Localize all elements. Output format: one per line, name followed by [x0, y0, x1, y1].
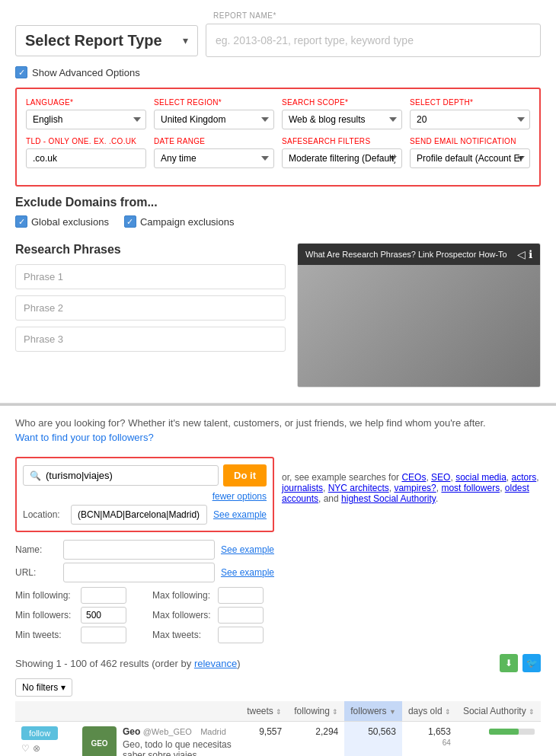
campaign-exclusions[interactable]: ✓ Campaign exclusions [124, 215, 235, 228]
followers-sort-icon: ▼ [389, 708, 396, 716]
date-field: DATE RANGE Any time [154, 137, 274, 168]
location-label: Location: [23, 509, 65, 520]
ceos-link[interactable]: CEOs [401, 472, 426, 483]
region-select[interactable]: United Kingdom [154, 110, 274, 129]
url-input[interactable] [63, 563, 215, 582]
user-bio: Geo, todo lo que necesitas saber sobre v… [123, 739, 235, 756]
scope-label: SEARCH SCOPE* [282, 98, 402, 107]
report-type-dropdown[interactable]: Select Report Type ▾ [15, 25, 198, 56]
top-followers-link[interactable]: Want to find your top followers? [15, 432, 154, 443]
language-select[interactable]: English [26, 110, 146, 129]
twitter-icon[interactable]: 🐦 [522, 654, 541, 672]
tld-input[interactable] [26, 148, 146, 168]
advanced-options-label: Show Advanced Options [32, 67, 140, 78]
name-input[interactable] [63, 540, 215, 560]
no-filters-button[interactable]: No filters ▾ [15, 678, 72, 697]
max-tweets-label: Max tweets: [152, 630, 213, 640]
advanced-options-checkbox[interactable]: ✓ [15, 66, 27, 78]
actors-link[interactable]: actors [512, 472, 537, 483]
most-followers-link[interactable]: most followers [441, 483, 500, 493]
results-table: tweets ⇕ following ⇕ followers ▼ days ol… [15, 701, 541, 756]
results-header: Showing 1 - 100 of 462 results (order by… [15, 654, 541, 672]
video-controls-icon: ◁ ℹ [517, 248, 532, 260]
phrase1-input[interactable] [15, 264, 286, 289]
global-checkbox[interactable]: ✓ [15, 215, 27, 228]
max-followers-input[interactable] [218, 607, 264, 624]
col-followers[interactable]: followers ▼ [344, 701, 402, 722]
social-media-link[interactable]: social media [455, 472, 506, 483]
filters-grid: Min following: Max following: Min follow… [15, 587, 274, 643]
date-select[interactable]: Any time [154, 148, 274, 168]
vampires-link[interactable]: vampires? [394, 483, 436, 493]
search-input[interactable] [46, 470, 212, 481]
location-see-example-link[interactable]: See example [213, 509, 267, 520]
user-name[interactable]: Geo [123, 726, 140, 737]
user-location: Madrid [200, 727, 226, 736]
tld-field: TLD - ONLY ONE. EX. .CO.UK [26, 137, 146, 168]
do-it-button[interactable]: Do it [223, 464, 267, 486]
min-following-input[interactable] [81, 587, 126, 604]
table-row: follow ♡ ⊗ GEO Geo @Web_GEO Madrid Geo, … [15, 722, 541, 757]
date-label: DATE RANGE [154, 137, 274, 145]
block-icon[interactable]: ⊗ [33, 743, 40, 754]
min-tweets-input[interactable] [81, 627, 126, 643]
social-sort-icon: ⇕ [529, 708, 535, 716]
search-box-area: 🔍 Do it fewer options Location: See exam… [15, 457, 274, 532]
download-icon[interactable]: ⬇ [500, 654, 518, 672]
heart-icon[interactable]: ♡ [21, 743, 30, 754]
email-field: SEND EMAIL NOTIFICATION Profile default … [410, 137, 530, 168]
highest-social-authority-link[interactable]: highest Social Authority [341, 493, 436, 504]
report-name-label: REPORT NAME* [213, 11, 541, 20]
col-days-old[interactable]: days old ⇕ [402, 701, 457, 722]
results-count: Showing 1 - 100 of 462 results (order by… [15, 658, 241, 669]
location-input[interactable] [71, 505, 207, 525]
url-see-example-link[interactable]: See example [221, 567, 274, 578]
min-followers-input[interactable] [81, 607, 126, 624]
exclude-title: Exclude Domains from... [15, 196, 541, 209]
name-see-example-link[interactable]: See example [221, 544, 274, 555]
research-section: Research Phrases What Are Research Phras… [15, 243, 541, 388]
email-label: SEND EMAIL NOTIFICATION [410, 137, 530, 145]
dropdown-arrow-icon: ▾ [183, 34, 188, 46]
depth-select[interactable]: 20 [410, 110, 530, 129]
global-exclusions[interactable]: ✓ Global exclusions [15, 215, 109, 228]
avatar: GEO [82, 726, 117, 756]
col-following[interactable]: following ⇕ [288, 701, 344, 722]
journalists-link[interactable]: journalists [282, 483, 323, 493]
following-cell: 2,294 [288, 722, 344, 757]
video-thumbnail[interactable] [298, 265, 540, 387]
safesearch-select[interactable]: Moderate filtering (Default) [282, 148, 402, 168]
seo-link[interactable]: SEO [431, 472, 450, 483]
filter-row-header: No filters ▾ [15, 678, 541, 697]
depth-label: SELECT DEPTH* [410, 98, 530, 107]
url-label: URL: [15, 567, 57, 578]
followers-cell: 50,563 [344, 722, 402, 757]
video-header: What Are Research Phrases? Link Prospect… [298, 244, 540, 265]
user-handle: @Web_GEO [143, 727, 192, 736]
col-social-authority[interactable]: Social Authority ⇕ [457, 701, 541, 722]
days-sort-icon: ⇕ [445, 708, 451, 716]
phrase3-input[interactable] [15, 327, 286, 352]
fewer-options-link[interactable]: fewer options [23, 491, 267, 502]
follow-button[interactable]: follow [21, 726, 58, 740]
min-followers-label: Min followers: [15, 610, 76, 620]
phrase2-input[interactable] [15, 295, 286, 321]
email-select[interactable]: Profile default (Account Email) [410, 148, 530, 168]
social-authority-cell [457, 722, 541, 757]
safesearch-label: SAFESEARCH FILTERS [282, 137, 402, 145]
nyc-architects-link[interactable]: NYC architects [328, 483, 389, 493]
campaign-checkbox[interactable]: ✓ [124, 215, 136, 228]
days-cell: 1,65364 [402, 722, 457, 757]
max-following-input[interactable] [218, 587, 264, 604]
following-sort-icon: ⇕ [332, 708, 338, 716]
report-name-input[interactable] [206, 24, 541, 57]
social-authority-bar [489, 729, 535, 735]
no-filters-arrow-icon: ▾ [61, 682, 66, 693]
col-user [76, 701, 241, 722]
max-tweets-input[interactable] [218, 627, 264, 643]
relevance-link[interactable]: relevance [194, 658, 237, 669]
follower-finder-section: Who are you looking for? Whether it's ne… [0, 404, 556, 756]
col-tweets[interactable]: tweets ⇕ [241, 701, 288, 722]
report-type-text: Select Report Type [25, 32, 162, 49]
scope-select[interactable]: Web & blog results [282, 110, 402, 129]
